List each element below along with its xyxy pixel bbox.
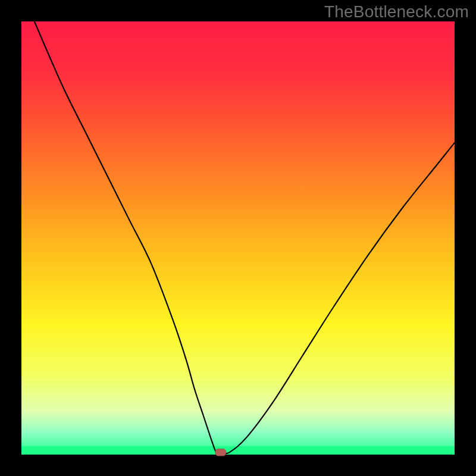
current-point-marker <box>215 449 226 456</box>
plot-area <box>21 21 455 455</box>
green-band <box>21 446 455 455</box>
watermark-text: TheBottleneck.com <box>324 2 469 21</box>
chart-svg <box>0 0 476 476</box>
bottleneck-chart: TheBottleneck.com <box>0 0 476 476</box>
